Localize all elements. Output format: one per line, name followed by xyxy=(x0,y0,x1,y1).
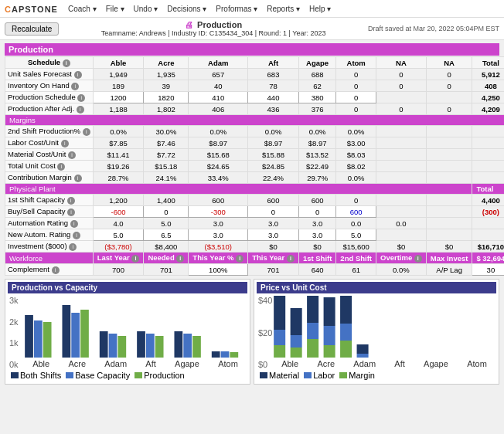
adam-prod-schedule-input[interactable] xyxy=(191,93,245,102)
workforce-label: Workforce xyxy=(5,253,94,264)
nav-proformas[interactable]: Proformas ▾ xyxy=(212,3,261,15)
wf-last-year-val: 700 xyxy=(93,264,144,276)
buy-sell-info[interactable]: i xyxy=(67,209,75,216)
prod-adj-info[interactable]: i xyxy=(77,106,84,114)
wf-1st-shift-hdr: 1st Shift xyxy=(298,253,335,264)
svg-rect-29 xyxy=(324,297,335,326)
row-1st-shift-cap: 1st Shift Capacity i 1,200 1,400 600 600… xyxy=(5,195,505,206)
aft-material-cost: $15.88 xyxy=(248,149,299,161)
price-legend: Material Labor Margin xyxy=(257,369,496,381)
atom-prod-schedule-input[interactable] xyxy=(339,93,373,102)
prod-x-aft: Aft xyxy=(145,359,155,368)
automation-info[interactable]: i xyxy=(70,220,78,228)
able-new-autom-input[interactable] xyxy=(96,231,141,239)
atom-buy-sell-input[interactable] xyxy=(339,208,373,216)
labor-label: Labor xyxy=(313,371,335,380)
needed-info[interactable]: i xyxy=(176,255,184,263)
production-table: Schedule i Able Acre Adam Aft Agape Atom… xyxy=(5,56,504,276)
prod-schedule-info[interactable]: i xyxy=(77,94,85,102)
na1-contrib-margin xyxy=(376,172,427,184)
prod-chart-area: 3k 2k 1k 0k xyxy=(8,296,247,369)
able-buy-sell-input[interactable] xyxy=(96,208,141,216)
wf-this-year-pct-input[interactable] xyxy=(191,266,245,274)
agape-prod-schedule-cell xyxy=(298,92,335,103)
team-info: Teamname: Andrews | Industry ID: C135434… xyxy=(101,29,326,37)
wf-ap-lag-input[interactable] xyxy=(475,266,504,274)
nav-coach[interactable]: Coach ▾ xyxy=(64,3,100,15)
na1-buy-sell xyxy=(376,206,427,218)
schedule-info-icon[interactable]: i xyxy=(63,59,70,67)
investment-info[interactable]: i xyxy=(69,243,77,251)
row-investment: Investment ($000) i ($3,780) $8,400 ($3,… xyxy=(5,241,505,253)
prod-x-able: Able xyxy=(32,359,49,368)
nav-help[interactable]: Help ▾ xyxy=(305,3,335,15)
acre-new-autom-input[interactable] xyxy=(146,231,186,239)
label-2nd-shift: 2nd Shift Production% i xyxy=(5,126,94,137)
inventory-info[interactable]: i xyxy=(71,83,79,90)
able-new-autom-cell xyxy=(93,229,144,241)
label-contrib-margin: Contribution Margin i xyxy=(5,172,94,184)
total-automation xyxy=(472,218,504,229)
svg-rect-15 xyxy=(212,351,220,358)
acre-labor-cost: $7.46 xyxy=(144,137,189,149)
svg-rect-3 xyxy=(62,305,70,358)
nav-file[interactable]: File ▾ xyxy=(102,3,128,15)
labor-cost-info[interactable]: i xyxy=(61,140,69,147)
acre-buy-sell-input[interactable] xyxy=(146,208,186,216)
aft-prod-schedule-input[interactable] xyxy=(250,93,296,102)
labor-color xyxy=(304,372,312,378)
recalculate-button[interactable]: Recalculate xyxy=(5,22,59,36)
adam-new-autom-input[interactable] xyxy=(191,231,245,239)
total-unit-cost-info[interactable]: i xyxy=(57,163,65,171)
svg-rect-28 xyxy=(324,326,335,345)
legend-labor: Labor xyxy=(304,371,335,380)
this-year-info[interactable]: i xyxy=(287,255,295,263)
able-automation: 4.0 xyxy=(93,218,144,229)
material-cost-info[interactable]: i xyxy=(68,151,76,159)
svg-rect-22 xyxy=(291,335,302,348)
label-prod-after-adj: Production After Adj. i xyxy=(5,103,94,115)
na1-investment: $0 xyxy=(376,241,427,253)
price-x-atom: Atom xyxy=(467,359,487,368)
adam-buy-sell-input[interactable] xyxy=(191,208,245,216)
price-x-adam: Adam xyxy=(353,359,376,368)
nav-undo[interactable]: Undo ▾ xyxy=(130,3,162,15)
2nd-shift-info[interactable]: i xyxy=(83,128,90,136)
row-labor-cost: Labor Cost/Unit i $7.85 $7.46 $8.97 $8.9… xyxy=(5,137,505,149)
agape-prod-schedule-input[interactable] xyxy=(301,93,333,102)
this-year-pct-info[interactable]: i xyxy=(236,255,243,263)
able-buy-sell-cell xyxy=(93,206,144,218)
aft-new-autom-input[interactable] xyxy=(250,231,296,239)
aft-prod-schedule-cell xyxy=(248,92,299,103)
able-2nd-shift: 0.0% xyxy=(93,126,144,137)
aft-total-unit-cost: $24.85 xyxy=(248,161,299,172)
svg-rect-13 xyxy=(183,334,192,358)
price-svg xyxy=(272,296,496,358)
complement-info[interactable]: i xyxy=(52,266,60,274)
svg-rect-1 xyxy=(34,320,43,358)
acre-prod-schedule-input[interactable] xyxy=(146,93,186,102)
na1-1st-shift-cap xyxy=(376,195,427,206)
agape-buy-sell-input[interactable] xyxy=(301,208,333,216)
last-year-info[interactable]: i xyxy=(131,255,139,263)
nav-reports[interactable]: Reports ▾ xyxy=(263,3,304,15)
overtime-info[interactable]: i xyxy=(414,255,422,263)
atom-new-autom-input[interactable] xyxy=(339,231,373,239)
prod-x-labels: Able Acre Adam Aft Agape Atom xyxy=(8,359,247,368)
wf-this-year-hdr: This Year i xyxy=(248,253,299,264)
new-autom-info[interactable]: i xyxy=(73,232,80,239)
contrib-margin-info[interactable]: i xyxy=(74,175,82,182)
1st-shift-info[interactable]: i xyxy=(67,197,75,205)
agape-new-autom-input[interactable] xyxy=(301,231,333,239)
nav-decisions[interactable]: Decisions ▾ xyxy=(163,3,210,15)
aft-buy-sell-input[interactable] xyxy=(250,208,296,216)
atom-1st-shift-cap: 0 xyxy=(336,195,376,206)
label-unit-sales: Unit Sales Forecast i xyxy=(5,69,94,80)
base-cap-label: Base Capacity xyxy=(75,371,130,380)
able-prod-schedule-input[interactable] xyxy=(96,93,141,102)
draft-info: Draft saved at Mar 20, 2022 05:04PM EST xyxy=(368,25,499,32)
unit-sales-info[interactable]: i xyxy=(74,71,82,79)
na1-new-autom xyxy=(376,229,427,241)
total-contrib-margin xyxy=(472,172,504,184)
total-inventory: 408 xyxy=(472,80,504,92)
